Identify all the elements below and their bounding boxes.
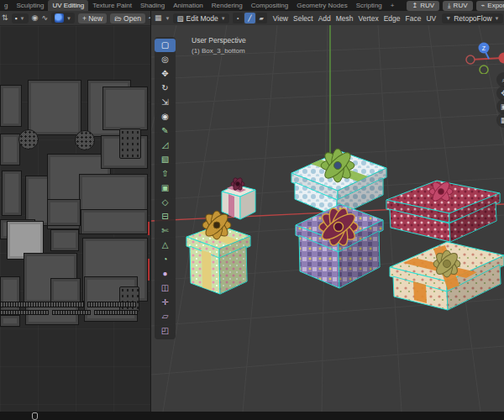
status-bar	[0, 412, 504, 420]
uv-island[interactable]	[0, 85, 22, 127]
topbar-button[interactable]: ⤓RUV	[443, 1, 472, 11]
new-image-button[interactable]: + New	[78, 13, 107, 24]
uv-island-strip[interactable]	[52, 310, 91, 315]
uv-island[interactable]	[2, 171, 22, 216]
gift-box-floral-gold-bow[interactable]	[186, 211, 250, 294]
tool-edge-slide[interactable]: ◫	[155, 281, 176, 295]
tool-smooth[interactable]: ●	[155, 267, 176, 281]
uv-select-mode-dropdown[interactable]: ▪ ▼	[12, 13, 29, 24]
workspace-tab[interactable]: +	[386, 0, 399, 11]
menu-vertex[interactable]: Vertex	[356, 14, 381, 23]
uv-island[interactable]	[0, 315, 20, 327]
workspace-tab[interactable]: Scripting	[352, 0, 386, 11]
workspace-tab[interactable]: Sculpting	[12, 0, 48, 11]
nav-gizmo[interactable]: Z	[464, 34, 504, 74]
image-icon	[55, 13, 64, 23]
workspace-tab[interactable]: Geometry Nodes	[292, 0, 351, 11]
mouse-icon	[32, 412, 38, 420]
image-browse-dropdown[interactable]: ▼	[51, 13, 75, 24]
tool-cursor[interactable]: ◎	[155, 53, 176, 66]
viewport-toolbar: ▢◎✥↻⇲◉✎◿▧⇧▣◇⊟✄△◔●◫✛▱◰	[155, 37, 176, 339]
uv-sync-select-icon[interactable]: ⇅	[2, 14, 8, 22]
tool-extrude-region[interactable]: ⇧	[155, 167, 176, 181]
gift-box-small-white[interactable]	[222, 176, 255, 219]
gift-box-crimson[interactable]	[386, 180, 500, 242]
uv-editor-canvas[interactable]	[0, 26, 150, 412]
workspace-tab[interactable]: g	[0, 0, 12, 11]
tool-scale[interactable]: ⇲	[155, 96, 176, 109]
tool-shear[interactable]: ▱	[155, 310, 176, 323]
topbar-button[interactable]: ⌁Export ⟩	[476, 1, 504, 11]
uv-island-strip[interactable]	[0, 302, 84, 307]
button-icon: ⌁	[481, 2, 486, 9]
workspace-tab[interactable]: Texture Paint	[88, 0, 136, 11]
menu-mesh[interactable]: Mesh	[333, 14, 356, 23]
tool-knife[interactable]: ✄	[155, 224, 176, 238]
uv-island[interactable]	[28, 80, 81, 135]
tool-spin[interactable]: ◔	[155, 253, 176, 266]
gift-box-purple-maroon-bow[interactable]	[296, 204, 383, 288]
uv-island-circular[interactable]	[18, 129, 39, 150]
tool-move[interactable]: ✥	[155, 67, 176, 81]
uv-island[interactable]	[47, 199, 81, 226]
tool-annotate[interactable]: ✎	[155, 124, 176, 138]
viewport-overlay-text: User Perspective (1) Box_3_bottom	[192, 35, 246, 56]
uv-island-cluster[interactable]	[119, 129, 141, 159]
viewport-scene	[151, 25, 504, 412]
editor-type-icon[interactable]: ▦	[155, 14, 162, 22]
menu-add[interactable]: Add	[316, 14, 333, 23]
menu-uv[interactable]: UV	[423, 14, 438, 23]
tool-rip-region[interactable]: ◰	[155, 324, 176, 338]
uv-island-circular[interactable]	[75, 130, 95, 150]
uv-island-strip[interactable]	[94, 310, 138, 315]
edge-select-button[interactable]: ╱	[244, 13, 255, 24]
menu-face[interactable]: Face	[403, 14, 424, 23]
retopoflow-label: RetopoFlow	[454, 14, 491, 23]
uv-island[interactable]	[50, 278, 81, 303]
seam-edge-mark	[148, 222, 150, 235]
topbar-button[interactable]: ↥RUV	[407, 1, 439, 11]
falloff-curve-icon[interactable]: ∿	[41, 14, 48, 22]
chevron-down-icon: ▼	[495, 16, 500, 21]
chevron-down-icon: ▼	[20, 16, 25, 21]
uv-mode-icon: ▪	[15, 14, 18, 23]
uv-island[interactable]	[50, 229, 79, 251]
viewport-menus: ViewSelectAddMeshVertexEdgeFaceUV	[270, 14, 439, 23]
select-mode-buttons: •╱▰	[233, 13, 267, 24]
sticky-select-icon[interactable]: ◉	[32, 14, 39, 22]
menu-edge[interactable]: Edge	[381, 14, 403, 23]
tool-select-box[interactable]: ▢	[155, 39, 176, 52]
tool-poly-build[interactable]: △	[155, 239, 176, 252]
tool-rotate[interactable]: ↻	[155, 81, 176, 95]
gift-box-cream-olive-bow[interactable]	[390, 242, 504, 310]
menu-select[interactable]: Select	[291, 14, 316, 23]
vertex-select-button[interactable]: •	[233, 13, 244, 24]
tool-add-cube[interactable]: ▧	[155, 153, 176, 166]
workspace-tab[interactable]: Animation	[169, 0, 207, 11]
uv-island[interactable]	[0, 134, 20, 165]
uv-island-strip[interactable]	[0, 310, 49, 315]
tool-measure[interactable]: ◿	[155, 139, 176, 152]
open-image-button[interactable]: 🗁 Open	[110, 13, 145, 24]
tool-bevel[interactable]: ◇	[155, 196, 176, 209]
uv-island[interactable]	[81, 209, 148, 234]
face-select-button[interactable]: ▰	[256, 13, 267, 24]
open-label: Open	[123, 14, 141, 23]
uv-island-cluster[interactable]	[119, 286, 139, 312]
workspace-tab[interactable]: Rendering	[207, 0, 247, 11]
tool-inset-faces[interactable]: ▣	[155, 181, 176, 195]
tool-transform[interactable]: ◉	[155, 110, 176, 123]
uv-island-strip[interactable]	[87, 302, 136, 307]
workspace-tab[interactable]: Shading	[136, 0, 169, 11]
retopoflow-dropdown[interactable]: ▼ RetopoFlow ▼	[442, 13, 502, 24]
workspace-tab[interactable]: Compositing	[247, 0, 292, 11]
mode-dropdown[interactable]: ▧ Edit Mode ▼	[173, 13, 228, 24]
menu-view[interactable]: View	[270, 14, 291, 23]
chevron-down-icon: ▼	[165, 16, 171, 21]
uv-island[interactable]	[102, 87, 148, 130]
workspace-tab[interactable]: UV Editing	[48, 0, 88, 11]
tool-loop-cut[interactable]: ⊟	[155, 210, 176, 223]
active-object-label: (1) Box_3_bottom	[192, 46, 246, 56]
tool-shrink-fatten[interactable]: ✛	[155, 296, 176, 309]
viewport-3d[interactable]: User Perspective (1) Box_3_bottom ▢◎✥↻⇲◉…	[151, 25, 504, 412]
